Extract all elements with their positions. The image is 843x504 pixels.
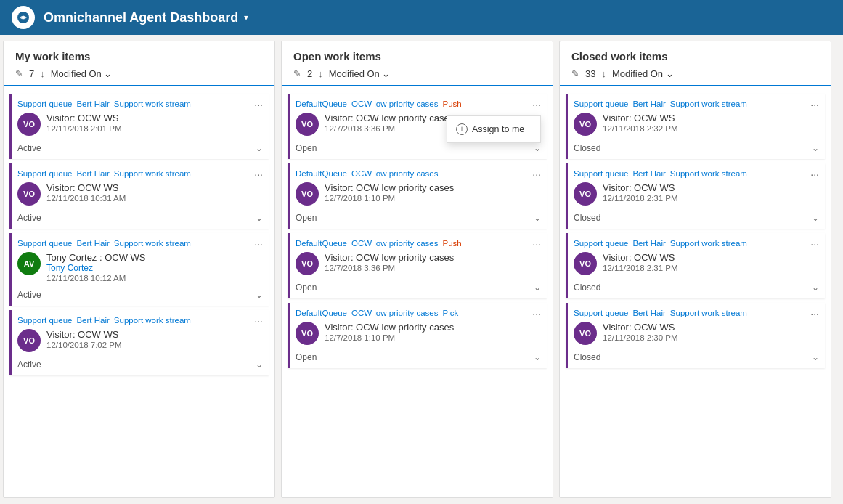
- work-item-tags: Support queueBert HairSupport work strea…: [17, 316, 263, 325]
- tag-link[interactable]: Support queue: [574, 169, 628, 178]
- chevron-down-icon[interactable]: ⌄: [256, 143, 263, 153]
- work-item-tags: DefaultQueueOCW low priority casesPush: [296, 239, 541, 248]
- avatar: VO: [17, 182, 41, 206]
- work-item-status: Active: [17, 213, 41, 223]
- tag-link[interactable]: Support work stream: [670, 99, 747, 108]
- work-item-footer: Active⌄: [17, 210, 263, 223]
- tag-link[interactable]: Bert Hair: [76, 239, 109, 248]
- more-button[interactable]: ···: [810, 309, 819, 319]
- work-item-date: 12/11/2018 2:01 PM: [46, 124, 263, 133]
- work-item-body: VOVisitor: OCW WS12/11/2018 2:01 PM: [17, 113, 263, 136]
- work-item-footer: Active⌄: [17, 287, 263, 300]
- svg-point-1: [22, 16, 25, 19]
- chevron-down-icon[interactable]: ⌄: [812, 283, 819, 293]
- tag-link[interactable]: Support work stream: [114, 239, 191, 248]
- column-title: Open work items: [293, 50, 541, 62]
- work-item-info: Visitor: OCW WS12/11/2018 2:32 PM: [603, 113, 819, 133]
- tag-link[interactable]: DefaultQueue: [296, 99, 347, 108]
- work-item-date: 12/7/2018 1:10 PM: [325, 194, 541, 203]
- more-button[interactable]: ···: [254, 316, 263, 326]
- sort-label[interactable]: Modified On ⌄: [51, 68, 113, 79]
- more-button[interactable]: ···: [810, 99, 819, 110]
- header-chevron-icon[interactable]: ▾: [244, 12, 248, 23]
- tag-link[interactable]: Support queue: [574, 99, 628, 108]
- more-button[interactable]: ···: [810, 239, 819, 249]
- sort-down-icon[interactable]: ↓: [601, 68, 606, 79]
- tag-link[interactable]: OCW low priority cases: [351, 169, 439, 178]
- work-item: Support queueBert HairSupport work strea…: [566, 163, 825, 229]
- more-button[interactable]: ···: [532, 309, 541, 319]
- tag-link[interactable]: Support work stream: [670, 239, 747, 248]
- avatar: VO: [574, 113, 597, 136]
- work-item-date: 12/7/2018 3:36 PM: [325, 264, 541, 272]
- work-item-status: Closed: [574, 143, 600, 153]
- chevron-down-icon[interactable]: ⌄: [812, 213, 819, 223]
- work-item-footer: Closed⌄: [574, 210, 819, 223]
- work-item-status: Open: [296, 352, 317, 362]
- work-item-body: VOVisitor: OCW WS12/11/2018 2:31 PM: [574, 182, 819, 206]
- tag-link[interactable]: DefaultQueue: [296, 169, 347, 178]
- tag-link[interactable]: Bert Hair: [632, 239, 665, 248]
- tag-link[interactable]: Support queue: [17, 169, 72, 178]
- work-item-body: VOVisitor: OCW WS12/10/2018 7:02 PM: [17, 329, 263, 352]
- chevron-down-icon[interactable]: ⌄: [534, 143, 541, 153]
- tag-link[interactable]: OCW low priority cases: [351, 309, 439, 317]
- assign-popup: +Assign to me: [447, 115, 541, 143]
- tag-link[interactable]: Support queue: [17, 316, 72, 325]
- tag-link[interactable]: Support work stream: [670, 169, 747, 178]
- assign-to-me-button[interactable]: +Assign to me: [447, 119, 540, 139]
- tag-link[interactable]: Support queue: [574, 309, 628, 317]
- more-button[interactable]: ···: [254, 239, 263, 249]
- chevron-down-icon[interactable]: ⌄: [812, 352, 819, 362]
- tag-pick: Pick: [442, 309, 458, 317]
- chevron-down-icon[interactable]: ⌄: [256, 290, 263, 300]
- sort-down-icon[interactable]: ↓: [318, 68, 323, 79]
- chevron-down-icon[interactable]: ⌄: [534, 352, 541, 362]
- work-item-body: VOVisitor: OCW low priority cases12/7/20…: [296, 322, 541, 345]
- tag-link[interactable]: Bert Hair: [632, 99, 665, 108]
- tag-link[interactable]: DefaultQueue: [296, 309, 347, 317]
- tag-link[interactable]: Support work stream: [670, 309, 747, 317]
- tag-link[interactable]: Support queue: [17, 99, 72, 108]
- column-header-open-work-items: Open work items✎2↓Modified On ⌄: [282, 41, 553, 86]
- chevron-down-icon[interactable]: ⌄: [256, 359, 263, 370]
- tag-link[interactable]: Bert Hair: [632, 309, 665, 317]
- work-item-footer: Closed⌄: [574, 280, 819, 293]
- sort-label[interactable]: Modified On ⌄: [329, 68, 391, 79]
- tag-link[interactable]: Support queue: [17, 239, 72, 248]
- tag-link[interactable]: Bert Hair: [76, 99, 109, 108]
- tag-link[interactable]: OCW low priority cases: [351, 239, 439, 248]
- column-open-work-items: Open work items✎2↓Modified On ⌄DefaultQu…: [281, 41, 553, 498]
- tag-link[interactable]: Support work stream: [114, 316, 191, 325]
- tag-link[interactable]: Support work stream: [114, 99, 191, 108]
- more-button[interactable]: ···: [254, 169, 263, 179]
- tag-link[interactable]: DefaultQueue: [296, 239, 347, 248]
- more-button[interactable]: ···: [254, 99, 263, 110]
- sort-down-icon[interactable]: ↓: [40, 68, 45, 79]
- tag-link[interactable]: OCW low priority cases: [351, 99, 439, 108]
- work-item-status: Active: [17, 290, 41, 300]
- work-item-sublink[interactable]: Tony Cortez: [46, 263, 263, 273]
- tag-link[interactable]: Bert Hair: [76, 316, 109, 325]
- tag-link[interactable]: Support work stream: [114, 169, 191, 178]
- more-button[interactable]: ···: [532, 239, 541, 249]
- sort-label[interactable]: Modified On ⌄: [612, 68, 674, 79]
- tag-push: Push: [442, 99, 461, 108]
- chevron-down-icon[interactable]: ⌄: [812, 143, 819, 153]
- chevron-down-icon[interactable]: ⌄: [534, 283, 541, 293]
- work-item-info: Visitor: OCW WS12/11/2018 2:30 PM: [603, 322, 819, 342]
- chevron-down-icon[interactable]: ⌄: [256, 213, 263, 223]
- tag-link[interactable]: Bert Hair: [76, 169, 109, 178]
- tag-link[interactable]: Support queue: [574, 239, 628, 248]
- more-button[interactable]: ···: [532, 169, 541, 179]
- more-button[interactable]: ···: [810, 169, 819, 179]
- work-item-tags: Support queueBert HairSupport work strea…: [17, 169, 263, 178]
- column-header-my-work-items: My work items✎7↓Modified On ⌄: [4, 41, 274, 86]
- work-item-tags: DefaultQueueOCW low priority casesPick: [296, 309, 541, 317]
- work-item-tags: Support queueBert HairSupport work strea…: [574, 239, 819, 248]
- work-item-status: Open: [296, 213, 317, 223]
- tag-link[interactable]: Bert Hair: [632, 169, 665, 178]
- more-button[interactable]: ···: [532, 99, 541, 110]
- chevron-down-icon[interactable]: ⌄: [534, 213, 541, 223]
- work-item: Support queueBert HairSupport work strea…: [9, 94, 269, 159]
